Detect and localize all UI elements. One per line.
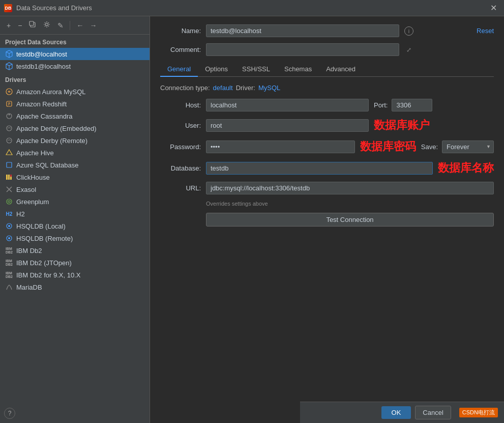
- driver-icon: [5, 88, 13, 96]
- driver-item[interactable]: MariaDB: [0, 281, 150, 293]
- test-connection-button[interactable]: Test Connection: [206, 213, 494, 227]
- driver-label: MariaDB: [16, 284, 42, 291]
- driver-item[interactable]: H2 H2: [0, 208, 150, 220]
- password-input[interactable]: [206, 140, 355, 153]
- port-label: Port:: [374, 101, 388, 109]
- driver-label: HSQLDB (Local): [16, 222, 66, 230]
- datasource-item-testdb[interactable]: testdb@localhost: [0, 48, 150, 60]
- database-row: Database: 数据库名称: [160, 160, 494, 176]
- left-toolbar: + − ✎ ← →: [0, 16, 150, 35]
- driver-item[interactable]: IBMDB2 IBM Db2 (JTOpen): [0, 257, 150, 269]
- tab-schemas[interactable]: Schemas: [277, 62, 319, 77]
- driver-item-hive[interactable]: Apache Hive: [0, 147, 150, 159]
- name-input[interactable]: [206, 24, 399, 37]
- back-button[interactable]: ←: [74, 20, 86, 31]
- svg-point-17: [7, 199, 12, 204]
- driver-label: Apache Hive: [16, 149, 54, 157]
- bottom-bar: OK Cancel CSDN电打流: [300, 402, 504, 423]
- driver-item[interactable]: Apache Derby (Embedded): [0, 122, 150, 134]
- driver-item-cassandra[interactable]: Apache Cassandra: [0, 110, 150, 122]
- save-select[interactable]: Forever For session Never Until restart: [442, 140, 494, 153]
- tab-advanced[interactable]: Advanced: [319, 62, 363, 77]
- driver-label: Greenplum: [16, 198, 49, 206]
- comment-input[interactable]: [206, 43, 399, 56]
- csdn-badge: CSDN电打流: [459, 408, 498, 417]
- user-label: User:: [160, 122, 201, 129]
- save-select-wrapper: Forever For session Never Until restart: [442, 140, 494, 153]
- driver-item[interactable]: Amazon Redshift: [0, 98, 150, 110]
- window-title: Data Sources and Drivers: [16, 4, 487, 12]
- driver-item[interactable]: Apache Derby (Remote): [0, 134, 150, 147]
- driver-icon: [5, 136, 13, 145]
- driver-item[interactable]: Amazon Aurora MySQL: [0, 86, 150, 98]
- forward-button[interactable]: →: [87, 20, 99, 31]
- main-container: + − ✎ ← → Project Data Sourc: [0, 16, 504, 423]
- datasource-label-2: testdb1@localhost: [16, 63, 71, 70]
- password-row: Password: 数据库密码 Save: Forever For sessio…: [160, 139, 494, 154]
- expand-icon[interactable]: ⤢: [404, 45, 413, 54]
- driver-label: IBM Db2 for 9.X, 10.X: [16, 271, 80, 279]
- driver-item[interactable]: IBMDB2 IBM Db2: [0, 244, 150, 257]
- driver-icon: IBMDB2: [5, 246, 13, 255]
- driver-label: Apache Derby (Embedded): [16, 125, 97, 132]
- app-icon: DB: [4, 4, 12, 12]
- driver-icon: IBMDB2: [5, 271, 13, 279]
- tab-general[interactable]: General: [160, 62, 198, 77]
- driver-item[interactable]: HSQLDB (Remote): [0, 232, 150, 244]
- svg-rect-10: [7, 162, 12, 167]
- datasource-item-testdb1[interactable]: testdb1@localhost: [0, 60, 150, 72]
- host-label: Host:: [160, 101, 201, 109]
- reset-link[interactable]: Reset: [477, 27, 494, 35]
- database-input[interactable]: [206, 162, 433, 175]
- port-input[interactable]: [392, 99, 432, 111]
- driver-item[interactable]: HSQLDB (Local): [0, 220, 150, 232]
- comment-label: Comment:: [160, 46, 201, 53]
- driver-item[interactable]: IBMDB2 IBM Db2 for 9.X, 10.X: [0, 269, 150, 281]
- svg-point-18: [8, 201, 10, 203]
- driver-item[interactable]: Exasol: [0, 183, 150, 195]
- help-button[interactable]: ?: [4, 408, 15, 419]
- edit-button[interactable]: ✎: [55, 20, 66, 31]
- svg-rect-1: [29, 21, 34, 25]
- datasource-label: testdb@localhost: [16, 50, 67, 58]
- user-input[interactable]: [206, 119, 369, 132]
- driver-label: Apache Cassandra: [16, 112, 73, 120]
- driver-label: H2: [16, 210, 25, 218]
- svg-marker-9: [6, 150, 12, 155]
- tab-options[interactable]: Options: [198, 62, 235, 77]
- url-label: URL:: [160, 184, 201, 192]
- driver-label: Exasol: [16, 186, 36, 193]
- add-button[interactable]: +: [4, 20, 13, 31]
- close-button[interactable]: ✕: [487, 2, 500, 14]
- port-group: Port:: [374, 99, 432, 111]
- tab-sshssl[interactable]: SSH/SSL: [235, 62, 277, 77]
- ok-button[interactable]: OK: [381, 406, 411, 419]
- driver-item[interactable]: Azure SQL Database: [0, 159, 150, 171]
- remove-button[interactable]: −: [15, 20, 24, 31]
- copy-button[interactable]: [26, 19, 39, 31]
- driver-item[interactable]: ClickHouse: [0, 171, 150, 183]
- url-input[interactable]: [206, 182, 494, 194]
- driver-icon: [5, 222, 13, 230]
- url-row: URL:: [160, 182, 494, 194]
- driver-label: Driver:: [236, 84, 255, 92]
- driver-icon: IBMDB2: [5, 259, 13, 267]
- drivers-list: Amazon Aurora MySQL Amazon Redshift: [0, 86, 150, 423]
- svg-rect-11: [6, 175, 8, 180]
- driver-value[interactable]: MySQL: [258, 84, 280, 92]
- driver-item[interactable]: Greenplum: [0, 195, 150, 208]
- settings-button[interactable]: [41, 19, 53, 31]
- driver-icon: [5, 100, 13, 108]
- save-group: Save: Forever For session Never Until re…: [421, 140, 494, 153]
- driver-icon: [5, 198, 13, 206]
- host-input[interactable]: [206, 99, 369, 111]
- cancel-button[interactable]: Cancel: [415, 406, 451, 419]
- driver-icon: [5, 112, 13, 120]
- driver-icon: [5, 149, 13, 157]
- name-label: Name:: [160, 27, 201, 35]
- datasource-icon-2: [5, 62, 13, 70]
- connection-type-value[interactable]: default: [213, 84, 233, 92]
- driver-label: IBM Db2: [16, 247, 42, 255]
- name-info-button[interactable]: i: [404, 26, 413, 36]
- database-label: Database:: [160, 164, 201, 172]
